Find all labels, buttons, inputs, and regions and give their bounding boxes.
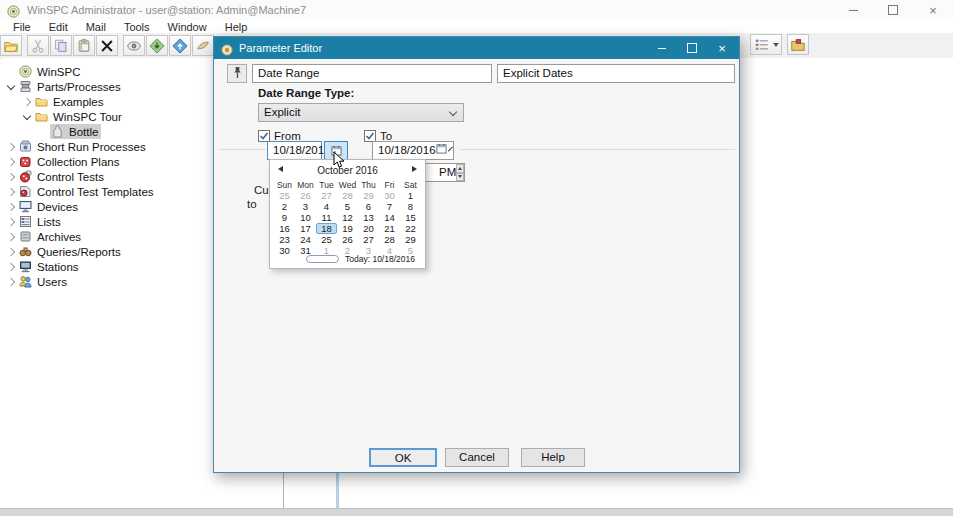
menu-help[interactable]: Help <box>216 21 257 33</box>
menu-file[interactable]: File <box>4 21 40 33</box>
expand-icon[interactable] <box>5 144 18 150</box>
expand-icon[interactable] <box>5 279 18 285</box>
calendar-day[interactable]: 13 <box>358 212 379 223</box>
calendar-day[interactable]: 27 <box>316 190 337 201</box>
ok-button[interactable]: OK <box>369 448 437 467</box>
calendar-day[interactable]: 10 <box>295 212 316 223</box>
minimize-icon[interactable] <box>833 0 873 20</box>
dialog-minimize-icon[interactable] <box>647 37 677 59</box>
spinner-up-icon[interactable] <box>456 164 464 173</box>
toolbar-open-folder-button[interactable] <box>0 35 22 56</box>
calendar-day[interactable]: 20 <box>358 223 379 234</box>
calendar-day[interactable]: 12 <box>337 212 358 223</box>
toolbar-delete-button[interactable] <box>96 35 118 56</box>
dialog-titlebar[interactable]: Parameter Editor × <box>214 37 739 59</box>
menu-edit[interactable]: Edit <box>40 21 77 33</box>
calendar-day[interactable]: 6 <box>358 201 379 212</box>
help-button[interactable]: Help <box>521 448 585 467</box>
today-label[interactable]: Today: 10/18/2016 <box>345 254 415 264</box>
calendar-day[interactable]: 25 <box>274 190 295 201</box>
calendar-day[interactable]: 24 <box>295 234 316 245</box>
shortrun-icon <box>19 140 33 153</box>
toolbar-list-view-button[interactable] <box>750 34 782 55</box>
toolbar-partial-button[interactable] <box>192 35 214 56</box>
toolbar-check-out-button[interactable] <box>169 35 191 56</box>
tree-item-label: Parts/Processes <box>37 81 121 93</box>
calendar-day[interactable]: 21 <box>379 223 400 234</box>
calendar-day[interactable]: 15 <box>400 212 421 223</box>
calendar-day[interactable]: 14 <box>379 212 400 223</box>
menu-window[interactable]: Window <box>159 21 216 33</box>
calendar-day[interactable]: 28 <box>337 190 358 201</box>
from-date-input[interactable]: 10/18/2016 <box>267 141 322 160</box>
calendar-day[interactable]: 26 <box>295 190 316 201</box>
dialog-maximize-icon[interactable] <box>677 37 707 59</box>
expand-icon[interactable] <box>21 99 34 105</box>
toolbar-check-in-button[interactable] <box>146 35 168 56</box>
calendar-day[interactable]: 5 <box>337 201 358 212</box>
expand-icon[interactable] <box>5 219 18 225</box>
parameter-name-field[interactable]: Date Range <box>252 64 492 83</box>
dialog-close-icon[interactable]: × <box>707 37 737 59</box>
calendar-day[interactable]: 29 <box>400 234 421 245</box>
calendar-day[interactable]: 2 <box>274 201 295 212</box>
calendar-day[interactable]: 30 <box>379 190 400 201</box>
tree-item-label: Lists <box>37 216 61 228</box>
today-outline-icon[interactable] <box>306 255 339 263</box>
dialog-body: Date Range Explicit Dates Date Range Typ… <box>214 59 739 472</box>
calendar-day-selected[interactable]: 18 <box>316 223 337 234</box>
to-date-input[interactable]: 10/18/2016 <box>372 141 454 160</box>
collapse-icon[interactable] <box>5 85 18 89</box>
calendar-day[interactable]: 23 <box>274 234 295 245</box>
parameter-value-field[interactable]: Explicit Dates <box>497 64 735 83</box>
toolbar-cut-button[interactable] <box>27 35 49 56</box>
list-view-icon <box>754 37 770 53</box>
toolbar-archive-folder-button[interactable] <box>787 34 809 55</box>
spinner-down-icon[interactable] <box>456 173 464 182</box>
collapse-icon[interactable] <box>21 115 34 119</box>
toolbar-paste-button[interactable] <box>73 35 95 56</box>
calendar-day[interactable]: 9 <box>274 212 295 223</box>
expand-icon[interactable] <box>5 174 18 180</box>
calendar-day[interactable]: 11 <box>316 212 337 223</box>
calendar-day[interactable]: 1 <box>400 190 421 201</box>
calendar-day[interactable]: 29 <box>358 190 379 201</box>
menu-tools[interactable]: Tools <box>115 21 159 33</box>
calendar-footer: Today: 10/18/2016 <box>270 253 425 265</box>
calendar-day[interactable]: 25 <box>316 234 337 245</box>
calendar-day[interactable]: 27 <box>358 234 379 245</box>
calendar-day[interactable]: 8 <box>400 201 421 212</box>
pin-button[interactable] <box>227 64 247 83</box>
tree-item-content: Parts/Processes <box>18 79 124 94</box>
calendar-day[interactable]: 22 <box>400 223 421 234</box>
ctemplate-icon <box>19 185 33 198</box>
calendar-day[interactable]: 3 <box>295 201 316 212</box>
tree-item-content: Queries/Reports <box>18 244 124 259</box>
calendar-day[interactable]: 26 <box>337 234 358 245</box>
tree-item-label: Control Test Templates <box>37 186 154 198</box>
date-range-type-dropdown[interactable]: Explicit <box>258 103 464 122</box>
expand-icon[interactable] <box>5 204 18 210</box>
expand-icon[interactable] <box>5 264 18 270</box>
expand-icon[interactable] <box>5 234 18 240</box>
menu-mail[interactable]: Mail <box>77 21 115 33</box>
next-month-icon[interactable] <box>412 166 417 172</box>
window-controls: × <box>833 0 953 20</box>
window-bottom-edge <box>0 508 953 516</box>
dialog-window-controls: × <box>647 37 737 59</box>
toolbar-copy-button[interactable] <box>50 35 72 56</box>
maximize-icon[interactable] <box>873 0 913 20</box>
calendar-day[interactable]: 28 <box>379 234 400 245</box>
calendar-day[interactable]: 7 <box>379 201 400 212</box>
calendar-day[interactable]: 16 <box>274 223 295 234</box>
expand-icon[interactable] <box>5 159 18 165</box>
toolbar-preview-button[interactable] <box>123 35 145 56</box>
calendar-day[interactable]: 17 <box>295 223 316 234</box>
calendar-month-label[interactable]: October 2016 <box>270 165 425 176</box>
cancel-button[interactable]: Cancel <box>445 448 509 467</box>
close-icon[interactable]: × <box>913 0 953 20</box>
calendar-day[interactable]: 19 <box>337 223 358 234</box>
expand-icon[interactable] <box>5 189 18 195</box>
expand-icon[interactable] <box>5 249 18 255</box>
calendar-day[interactable]: 4 <box>316 201 337 212</box>
